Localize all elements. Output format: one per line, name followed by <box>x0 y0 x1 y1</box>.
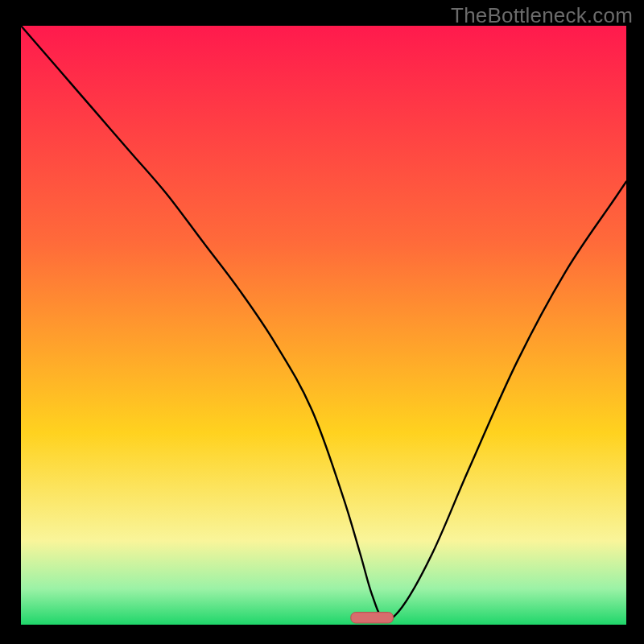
watermark-label: TheBottleneck.com <box>451 3 633 28</box>
chart-frame: TheBottleneck.com <box>0 0 644 644</box>
chart-svg <box>21 26 626 625</box>
plot-area <box>21 26 626 625</box>
optimum-marker <box>351 613 394 623</box>
